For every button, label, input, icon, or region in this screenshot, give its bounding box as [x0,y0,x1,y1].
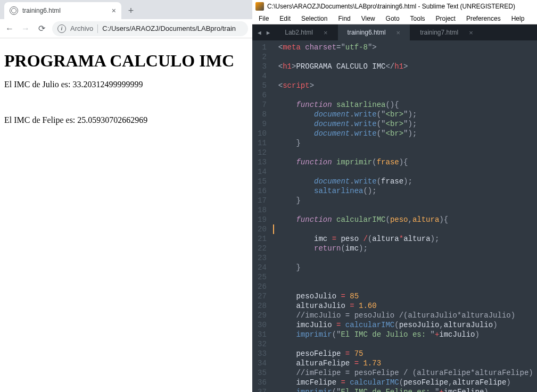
code-line[interactable] [278,90,537,100]
menu-item-edit[interactable]: Edit [274,15,296,22]
code-line[interactable] [278,148,537,157]
menu-item-file[interactable]: File [253,15,274,22]
code-line[interactable] [278,253,537,263]
line-number: 20 [258,224,267,234]
code-line[interactable]: imprimir("El IMC de Felipe es: "+imcFeli… [278,387,537,392]
code-line[interactable]: imc = peso /(altura*altura); [278,234,537,244]
sublime-window: C:\Users\ARAOZJ\Documents\LABpro\trainin… [252,0,537,392]
line-number: 15 [258,177,267,186]
info-icon[interactable]: i [57,24,66,33]
menu-item-goto[interactable]: Goto [381,15,405,22]
editor-tab[interactable]: Lab2.html× [275,24,337,40]
tab-label: training6.html [348,29,386,36]
menu-item-find[interactable]: Find [333,15,356,22]
code-line[interactable]: return(imc); [278,244,537,253]
code-line[interactable]: saltarlinea(); [278,186,537,196]
line-number: 21 [258,234,267,244]
address-scheme: Archivo [70,24,93,32]
menu-item-tools[interactable]: Tools [405,15,431,22]
line-number: 30 [258,320,267,330]
line-number: 12 [258,148,267,157]
menu-item-project[interactable]: Project [431,15,461,22]
line-number: 27 [258,291,267,301]
code-line[interactable]: <script> [278,81,537,90]
close-icon[interactable]: × [396,29,401,37]
code-line[interactable]: } [278,138,537,148]
code-area[interactable]: <meta charset="utf-8"><h1>PROGRAMA CALCU… [274,40,537,392]
globe-icon [10,6,18,15]
address-path: C:/Users/ARAOZJ/Documents/LABpro/train [102,24,236,32]
code-line[interactable]: document.write("<br>"); [278,110,537,119]
code-line[interactable]: <h1>PROGRAMA CALCULO IMC</h1> [278,62,537,71]
code-line[interactable] [278,205,537,215]
tab-prev-icon[interactable]: ◀ [258,29,261,36]
line-number: 5 [258,81,267,90]
line-number: 36 [258,378,267,387]
code-line[interactable]: document.write("<br>"); [278,119,537,129]
code-line[interactable]: document.write("<br>"); [278,129,537,138]
code-line[interactable]: alturaFelipe = 1.73 [278,358,537,368]
code-line[interactable] [278,272,537,282]
tab-nav: ◀ ▶ [252,24,275,40]
code-line[interactable]: alturaJulio = 1.60 [278,301,537,311]
code-line[interactable]: function calcularIMC(peso,altura){ [278,215,537,224]
code-line[interactable] [278,167,537,177]
line-number: 11 [258,138,267,148]
chrome-tab[interactable]: training6.html × [4,2,121,19]
tab-title: training6.html [22,7,61,14]
code-line[interactable]: pesoFelipe = 75 [278,349,537,358]
line-number: 19 [258,215,267,224]
code-line[interactable]: imcJulio = calcularIMC(pesoJulio,alturaJ… [278,320,537,330]
line-number: 3 [258,62,267,71]
sublime-menubar: FileEditSelectionFindViewGotoToolsProjec… [252,13,537,24]
code-line[interactable] [278,224,537,234]
reload-icon[interactable]: ⟳ [36,23,47,34]
menu-item-help[interactable]: Help [506,15,530,22]
line-number: 23 [258,253,267,263]
line-number: 28 [258,301,267,311]
code-line[interactable]: imprimir("El IMC de Julio es: "+imcJulio… [278,330,537,339]
close-icon[interactable]: × [469,29,473,37]
code-line[interactable]: pesoJulio = 85 [278,291,537,301]
code-line[interactable]: } [278,196,537,205]
line-number: 26 [258,282,267,291]
page-text-line: El IMC de Julio es: 33.20312499999999 [4,79,248,89]
address-bar[interactable]: i Archivo C:/Users/ARAOZJ/Documents/LABp… [52,21,248,36]
menu-item-view[interactable]: View [356,15,381,22]
new-tab-button[interactable]: + [123,3,138,18]
tab-next-icon[interactable]: ▶ [267,29,270,36]
cursor-marker [273,224,274,234]
editor-area[interactable]: 1234567891011121314151617181920212223242… [252,40,537,392]
menu-item-preferences[interactable]: Preferences [461,15,506,22]
sublime-logo-icon [255,2,264,11]
line-number: 10 [258,129,267,138]
code-line[interactable] [278,71,537,81]
code-line[interactable]: document.write(frase); [278,177,537,186]
close-icon[interactable]: × [112,6,116,15]
code-line[interactable] [278,339,537,349]
line-number: 22 [258,244,267,253]
line-number: 6 [258,90,267,100]
line-number: 14 [258,167,267,177]
line-number: 33 [258,349,267,358]
code-line[interactable]: //imFelipe = pesoFelipe / (alturaFelipe*… [278,368,537,378]
code-line[interactable]: function saltarlinea(){ [278,100,537,110]
code-line[interactable]: } [278,263,537,272]
line-number: 29 [258,311,267,320]
code-line[interactable] [278,282,537,291]
forward-icon[interactable]: → [20,24,31,34]
line-number: 4 [258,71,267,81]
editor-tab[interactable]: training6.html× [338,24,411,40]
code-line[interactable]: imcFelipe = calcularIMC(pesoFelipe,altur… [278,378,537,387]
close-icon[interactable]: × [324,29,328,37]
code-line[interactable] [278,52,537,62]
line-number: 13 [258,157,267,167]
code-line[interactable]: <meta charset="utf-8"> [278,43,537,52]
back-icon[interactable]: ← [4,24,15,34]
menu-item-selection[interactable]: Selection [296,15,333,22]
code-line[interactable]: //imcJulio = pesoJulio /(alturaJulio*alt… [278,311,537,320]
line-number: 7 [258,100,267,110]
editor-tab[interactable]: training7.html× [410,24,483,40]
line-number: 32 [258,339,267,349]
code-line[interactable]: function imprimir(frase){ [278,157,537,167]
